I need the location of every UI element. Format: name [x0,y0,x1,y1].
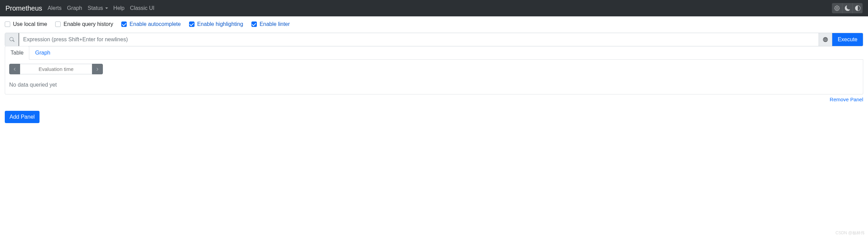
checkbox-checked-icon [121,21,127,27]
option-highlighting-label: Enable highlighting [197,21,243,27]
time-prev-button[interactable] [9,64,20,74]
brand[interactable]: Prometheus [5,4,42,12]
evaluation-time-input[interactable] [20,64,92,74]
option-linter[interactable]: Enable linter [251,21,290,27]
navbar: Prometheus Alerts Graph Status Help Clas… [0,0,868,16]
checkbox-checked-icon [189,21,195,27]
nav-classic-ui[interactable]: Classic UI [130,5,154,11]
tab-graph[interactable]: Graph [29,46,56,60]
option-autocomplete-label: Enable autocomplete [129,21,181,27]
content: Use local time Enable query history Enab… [0,16,868,128]
time-next-button[interactable] [92,64,103,74]
checkbox-icon [55,21,61,27]
gear-icon[interactable] [832,3,842,13]
no-data-message: No data queried yet [9,80,859,90]
option-local-time-label: Use local time [13,21,47,27]
evaluation-time-nav [9,64,103,74]
nav-status[interactable]: Status [88,5,108,11]
chevron-left-icon [13,68,16,71]
tabs: Table Graph [5,46,863,60]
theme-icon-group [832,3,863,13]
remove-panel-link[interactable]: Remove Panel [830,96,863,102]
query-row: Execute [5,33,863,46]
nav-help[interactable]: Help [113,5,125,11]
search-icon [5,33,19,46]
checkbox-checked-icon [251,21,257,27]
expression-input[interactable] [19,33,819,46]
execute-button[interactable]: Execute [832,33,863,46]
options-row: Use local time Enable query history Enab… [5,21,863,27]
nav-status-label: Status [88,5,103,11]
chevron-down-icon [105,8,108,9]
checkbox-icon [5,21,10,27]
option-highlighting[interactable]: Enable highlighting [189,21,243,27]
remove-panel-row: Remove Panel [5,96,863,103]
contrast-icon[interactable] [852,3,863,13]
nav-links: Alerts Graph Status Help Classic UI [48,5,155,11]
option-query-history[interactable]: Enable query history [55,21,113,27]
panel-body: No data queried yet [5,60,863,94]
tab-table[interactable]: Table [5,46,29,60]
nav-alerts[interactable]: Alerts [48,5,62,11]
chevron-right-icon [96,68,99,71]
option-autocomplete[interactable]: Enable autocomplete [121,21,181,27]
navbar-right [832,3,863,13]
globe-icon[interactable] [819,33,832,46]
navbar-left: Prometheus Alerts Graph Status Help Clas… [5,4,155,12]
option-local-time[interactable]: Use local time [5,21,47,27]
add-panel-button[interactable]: Add Panel [5,111,40,123]
option-query-history-label: Enable query history [63,21,113,27]
option-linter-label: Enable linter [260,21,290,27]
moon-icon[interactable] [842,3,852,13]
nav-graph[interactable]: Graph [67,5,82,11]
